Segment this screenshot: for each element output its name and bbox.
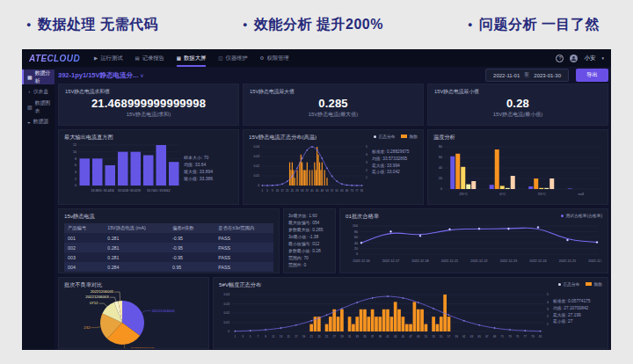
svg-text:20: 20 [354,247,358,251]
tab-运行测试[interactable]: ▶运行测试 [94,49,122,67]
table-header-cell: 是否在±3σ范围内 [215,225,273,231]
pie-slice-label: 232 [84,325,91,330]
sidebar-item-仪表盘[interactable]: ◔仪表盘 [22,84,55,99]
tab-label: 运行测试 [100,55,122,62]
tab-label: 数据大屏 [184,55,206,62]
svg-text:3: 3 [242,335,244,339]
svg-text:25°C: 25°C [460,192,468,196]
svg-text:49: 49 [417,335,420,339]
legend-label: 频数 [409,134,418,139]
stat-line: 均值: 27.10700842 [553,305,600,312]
banner-text: 效能分析 提升200% [254,16,383,34]
stat-card-value: 0.28 [434,97,601,110]
svg-text:37: 37 [371,335,375,339]
defect-pie-chart: 2022120600120221206002232071220221206003… [64,289,205,349]
tab-记录报告[interactable]: ▤记录报告 [135,49,164,67]
svg-text:75: 75 [516,335,520,339]
date-end[interactable]: 2023-01-30 [534,73,561,78]
sidebar-item-数据图表[interactable]: ▥数据图表 [22,99,55,114]
svg-text:61: 61 [336,189,339,193]
stat-line: 均值: 33.57332895 [372,156,416,163]
svg-text:0.04: 0.04 [254,145,260,149]
svg-text:70°C: 70°C [538,192,546,196]
svg-text:0.02: 0.02 [224,311,230,315]
title-caret-icon[interactable]: ∨ [140,72,143,78]
stat-line: 最小值: 27 [553,318,600,325]
svg-text:27: 27 [333,335,337,339]
stat-line: 最小值编号: 012 [288,241,331,248]
sidebar-icon: ◒ [27,120,31,125]
svg-text:3: 3 [547,308,549,311]
svg-text:67: 67 [485,335,489,339]
table-cell: 0.95 [169,265,215,270]
svg-text:5: 5 [547,293,549,296]
stat-card: 15V静态电流最小值0.2815V静态电流(最小值) [427,84,608,126]
stat-line: 最大值: 27.199 [553,312,600,319]
date-separator: 至 [524,71,529,79]
svg-text:9: 9 [265,335,266,339]
normal-dist-dot-icon [558,283,561,286]
svg-text:7: 7 [258,335,259,339]
current-table: 产品编号15V静态电流 (mA)偏差σ倍数是否在±3σ范围内0010.281-0… [64,223,273,272]
tab-icon: ◫ [218,55,222,61]
export-button[interactable]: 导出 [576,69,608,82]
svg-text:0.02: 0.02 [254,164,260,168]
stat-line: 最大值: 33.994 [372,163,416,170]
main-content: 392-1py1/15V静态电流分... ∨ 2022-11-01 至 2023… [55,67,611,350]
svg-text:15: 15 [287,335,290,339]
stat-line: 均值: 33.64 [184,161,233,168]
svg-text:4: 4 [547,301,549,304]
svg-text:59: 59 [455,335,458,339]
chart-title: 5#V幅度正态分布 [219,281,261,289]
tab-权限管理[interactable]: ⚙权限管理 [260,49,289,67]
sidebar-item-数据源[interactable]: ◒数据源 [22,114,55,129]
table-header-cell: 偏差σ倍数 [169,225,215,231]
normal-dist-stats: 标准差: 0.28829675均值: 33.57332895最大值: 33.99… [372,142,416,176]
svg-text:0.01: 0.01 [254,174,260,178]
pass-rate-dot-icon [561,215,564,217]
tab-数据大屏[interactable]: ▦数据大屏 [177,49,206,67]
table-cell: 0.284 [104,265,169,270]
svg-text:1: 1 [547,323,549,326]
tab-icon: ▦ [177,55,181,61]
sidebar-icon: ▦ [27,74,33,80]
atecloud-logo: ATECLOUD [29,54,80,63]
username-label[interactable]: 小安 [584,55,595,62]
table-row: 0020.281-0.95PASS [64,243,273,252]
user-caret-icon[interactable]: ▾ [601,55,604,61]
top-navbar: ATECLOUD ▶运行测试▤记录报告▦数据大屏◫仪器维护⚙权限管理 ? 小安 … [22,49,611,67]
svg-text:25: 25 [325,335,329,339]
table-title: 15v静态电流 [64,213,273,221]
svg-text:2022-12-21: 2022-12-21 [441,259,458,263]
tab-icon: ⚙ [260,55,265,61]
sidebar: ▦数据分析◔仪表盘▥数据图表◒数据源 [22,67,55,350]
stat-line: 标准差: 0.28829675 [372,149,416,156]
table-cell: -0.95 [169,245,215,251]
sidebar-item-数据分析[interactable]: ▦数据分析 [22,69,55,84]
svg-text:0: 0 [75,184,76,187]
pie-slice-label: 20221206002 [131,346,155,349]
stat-card-title: 15V静态电流最小值 [434,88,601,96]
chart-title: 最大输出电流直方图 [64,134,233,142]
help-icon[interactable]: ? [556,55,564,62]
svg-text:60: 60 [354,236,358,239]
sidebar-icon: ◔ [27,90,31,95]
svg-text:null: null [578,192,584,196]
stat-line: 范围内: 70 [288,255,331,262]
freq-swatch-icon [401,135,407,138]
legend-label: 正态分布 [563,281,579,287]
tab-label: 仪器维护 [225,55,247,62]
feature-banner: ●数据处理 无需代码●效能分析 提升200%●问题分析 一目了然 [0,0,633,49]
svg-text:51: 51 [425,335,428,339]
temperature-chart: 02040608025°C0°C70°Cnull [433,142,604,200]
tab-仪器维护[interactable]: ◫仪器维护 [218,49,247,67]
histogram-stats: 样本大小: 70均值: 33.64最大值: 33.894最小值: 33.386 [184,142,233,182]
date-range-picker[interactable]: 2022-11-01 至 2023-01-30 [485,69,569,82]
sidebar-label: 数据源 [33,118,48,126]
legend-label: 频数 [593,281,602,287]
user-avatar[interactable] [570,55,578,62]
svg-text:79: 79 [531,335,535,339]
pass-rate-line-chart: 0204060801002022-12-162022-12-172022-12-… [346,221,602,266]
sidebar-label: 数据分析 [35,69,55,85]
date-start[interactable]: 2022-11-01 [493,73,520,78]
